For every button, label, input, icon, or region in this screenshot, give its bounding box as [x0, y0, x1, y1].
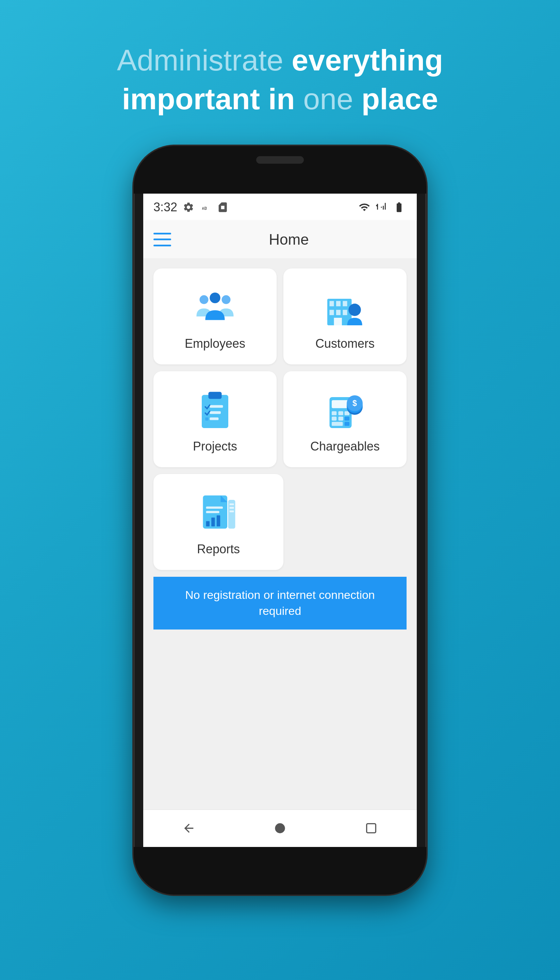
svg-rect-35 [206, 511, 220, 513]
svg-rect-20 [332, 411, 337, 415]
svg-rect-16 [210, 418, 218, 420]
svg-rect-21 [338, 411, 343, 415]
svg-rect-8 [336, 310, 340, 315]
svg-rect-37 [211, 518, 215, 527]
svg-rect-23 [332, 417, 337, 421]
battery-icon [392, 202, 407, 213]
chargeables-card[interactable]: $ Chargeables [283, 371, 407, 467]
customers-card[interactable]: Customers [283, 268, 407, 365]
svg-rect-10 [334, 318, 342, 325]
gear-icon [183, 202, 194, 213]
status-bar: 3:32 [143, 193, 417, 221]
svg-rect-36 [206, 521, 210, 527]
grid-empty-space [290, 474, 407, 570]
reports-label: Reports [197, 542, 240, 557]
svg-rect-5 [336, 301, 340, 306]
projects-icon [193, 388, 237, 432]
projects-card[interactable]: Projects [153, 371, 277, 467]
svg-rect-14 [210, 405, 223, 408]
svg-rect-34 [206, 506, 223, 509]
svg-point-1 [222, 295, 231, 304]
svg-rect-27 [345, 422, 349, 426]
home-button[interactable] [270, 819, 290, 838]
hero-everything: everything [292, 43, 443, 77]
hero-one: one [303, 82, 353, 116]
svg-rect-26 [332, 422, 343, 426]
reports-icon [196, 491, 240, 535]
phone-top-bezel [134, 146, 426, 193]
chargeables-label: Chargeables [310, 439, 380, 453]
projects-label: Projects [193, 439, 237, 453]
grid-row-1: Employees [153, 268, 407, 365]
hero-important-in: important in [122, 82, 303, 116]
svg-point-0 [200, 295, 208, 304]
svg-text:$: $ [352, 399, 357, 408]
svg-rect-6 [343, 301, 347, 306]
svg-point-43 [275, 823, 285, 833]
hero-administrate: Administrate [117, 43, 292, 77]
phone-bottom-bezel [134, 847, 426, 895]
svg-rect-15 [210, 411, 221, 414]
svg-rect-7 [330, 310, 334, 315]
svg-rect-25 [345, 417, 349, 421]
svg-rect-9 [343, 310, 347, 315]
grid-row-2: Projects [153, 371, 407, 467]
svg-rect-17 [205, 418, 208, 421]
reports-card[interactable]: Reports [153, 474, 283, 570]
svg-rect-13 [208, 392, 222, 399]
hero-place: place [353, 82, 438, 116]
employees-label: Employees [185, 337, 245, 351]
svg-point-11 [348, 303, 361, 316]
a-icon [200, 202, 211, 213]
grid-content: Employees [143, 258, 417, 810]
employees-card[interactable]: Employees [153, 268, 277, 365]
signal-icon [375, 202, 388, 213]
svg-rect-4 [330, 301, 334, 306]
svg-rect-19 [332, 400, 349, 408]
hero-line2: important in one place [117, 80, 443, 118]
phone-screen: 3:32 [143, 193, 417, 847]
svg-point-2 [210, 293, 220, 303]
hamburger-line-3 [153, 245, 171, 247]
hero-line1: Administrate everything [117, 41, 443, 80]
status-time: 3:32 [153, 200, 177, 214]
hamburger-menu-button[interactable] [153, 233, 171, 247]
customers-icon [323, 285, 367, 330]
svg-rect-44 [367, 824, 376, 833]
employees-icon [193, 285, 237, 330]
hamburger-line-2 [153, 238, 171, 240]
svg-rect-41 [230, 507, 234, 509]
svg-rect-42 [230, 510, 234, 512]
status-left: 3:32 [153, 200, 358, 214]
hero-section: Administrate everything important in one… [117, 41, 443, 119]
status-right [358, 202, 407, 213]
hamburger-line-1 [153, 233, 171, 235]
svg-rect-38 [217, 515, 220, 527]
phone-speaker [256, 156, 304, 164]
app-bar: Home [143, 221, 417, 258]
grid-row-3: Reports [153, 474, 407, 570]
app-bar-title: Home [171, 231, 407, 248]
svg-rect-40 [230, 503, 234, 505]
back-button[interactable] [179, 819, 198, 838]
footer-info: No registration or internet connection r… [153, 577, 407, 630]
recent-apps-button[interactable] [362, 819, 381, 838]
customers-label: Customers [315, 337, 375, 351]
sim-icon [217, 202, 228, 213]
svg-rect-24 [338, 417, 343, 421]
chargeables-icon: $ [323, 388, 367, 432]
phone-device: 3:32 [134, 146, 426, 895]
bottom-nav-bar [143, 810, 417, 847]
footer-text: No registration or internet connection r… [185, 588, 375, 618]
wifi-icon [358, 202, 371, 213]
